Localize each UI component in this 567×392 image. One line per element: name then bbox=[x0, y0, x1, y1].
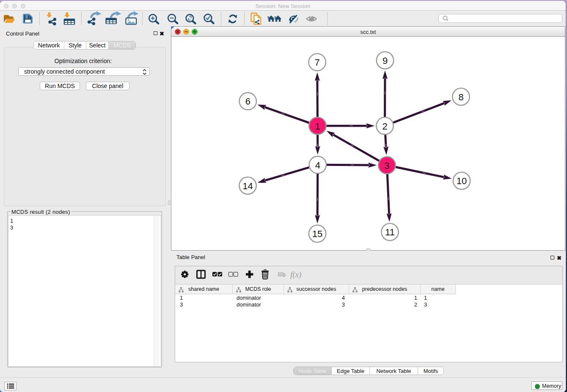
svg-text:15: 15 bbox=[312, 229, 322, 239]
svg-text:9: 9 bbox=[383, 55, 388, 66]
svg-text:3: 3 bbox=[384, 160, 389, 171]
svg-text:f(x): f(x) bbox=[290, 270, 301, 279]
svg-text:14: 14 bbox=[242, 181, 253, 191]
svg-text:6: 6 bbox=[245, 96, 250, 107]
svg-text:7: 7 bbox=[315, 57, 320, 68]
svg-text:11: 11 bbox=[385, 227, 395, 237]
svg-text:10: 10 bbox=[457, 176, 467, 186]
svg-text:2: 2 bbox=[382, 121, 387, 132]
svg-text:8: 8 bbox=[458, 92, 463, 102]
svg-text:4: 4 bbox=[315, 160, 320, 171]
svg-text:1: 1 bbox=[315, 121, 320, 132]
